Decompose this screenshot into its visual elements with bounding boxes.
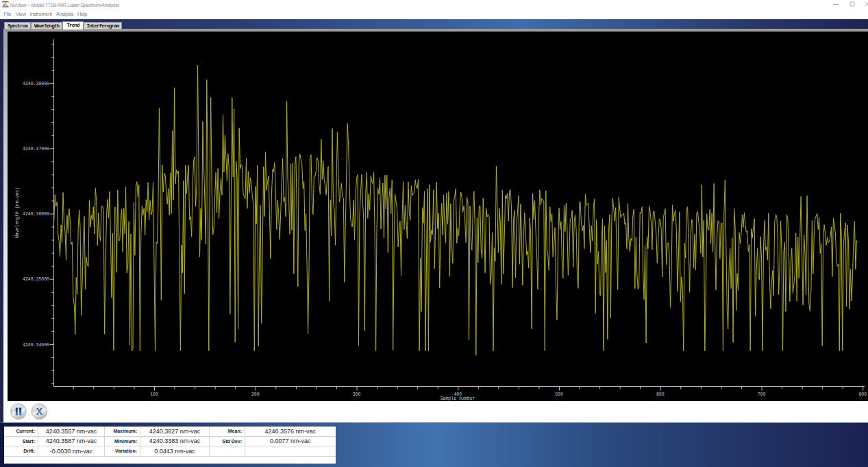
svg-text:4240.34000: 4240.34000 bbox=[23, 343, 49, 348]
svg-text:4240.36000: 4240.36000 bbox=[23, 212, 49, 217]
svg-text:600: 600 bbox=[656, 392, 665, 397]
svg-text:Sample number: Sample number bbox=[441, 396, 475, 401]
svg-text:800: 800 bbox=[858, 392, 867, 397]
svg-text:4240.37000: 4240.37000 bbox=[23, 147, 49, 152]
svg-text:300: 300 bbox=[353, 392, 361, 397]
svg-text:Wavelength (nm-vac): Wavelength (nm-vac) bbox=[15, 187, 20, 238]
svg-text:4240.38000: 4240.38000 bbox=[23, 82, 49, 86]
svg-text:X: X bbox=[36, 405, 43, 416]
svg-text:200: 200 bbox=[251, 392, 260, 397]
svg-text:700: 700 bbox=[758, 392, 766, 397]
svg-text:100: 100 bbox=[150, 392, 158, 397]
svg-text:4240.35000: 4240.35000 bbox=[23, 277, 49, 282]
svg-text:500: 500 bbox=[555, 392, 563, 397]
